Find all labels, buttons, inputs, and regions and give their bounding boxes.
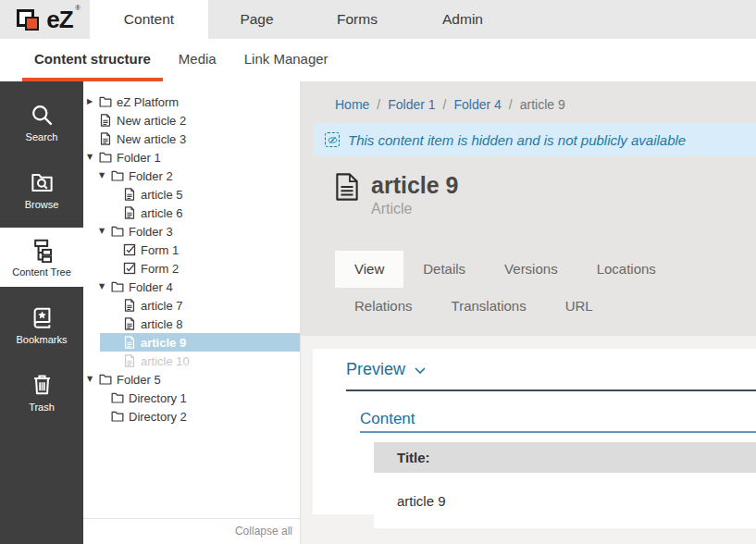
registered-mark: ® [76, 5, 80, 11]
top-tab-admin[interactable]: Admin [409, 0, 516, 39]
collapse-arrow-icon[interactable]: ▼ [87, 154, 99, 161]
tree-item-folder-5[interactable]: ▼Folder 5 [83, 370, 300, 389]
tab-locations[interactable]: Locations [577, 251, 675, 288]
view-panel: Preview Content Title:article 9 [313, 349, 756, 514]
sidebar-item-browse[interactable]: Browse [0, 160, 83, 219]
tree-item-article-9[interactable]: article 9 [83, 333, 300, 352]
collapse-all-button[interactable]: Collapse all [235, 525, 292, 538]
breadcrumb-link-folder-1[interactable]: Folder 1 [388, 97, 435, 112]
tree-item-label: Folder 5 [117, 373, 161, 387]
title-texts: article 9 Article [371, 172, 459, 217]
preview-section-toggle[interactable]: Preview [346, 349, 756, 391]
tree-item-directory-2[interactable]: Directory 2 [83, 407, 300, 426]
tab-versions[interactable]: Versions [485, 251, 577, 288]
folder-icon [111, 169, 129, 182]
tree-item-new-article-3[interactable]: New article 3 [83, 130, 300, 148]
sidebar-item-trash[interactable]: Trash [0, 363, 83, 422]
top-bar: eZ® ContentPageFormsAdmin [0, 0, 756, 39]
folder-icon [99, 373, 117, 386]
sidebar-item-bookmarks[interactable]: Bookmarks [0, 295, 83, 354]
sidebar-items: SearchBrowseContent TreeBookmarksTrash [0, 93, 83, 422]
top-tab-page[interactable]: Page [208, 0, 305, 39]
sub-nav: Content structureMediaLink Manager [0, 39, 756, 81]
article-icon [99, 132, 117, 145]
tree-item-label: Folder 4 [129, 280, 173, 294]
tab-relations[interactable]: Relations [335, 288, 432, 325]
folder-icon [111, 410, 129, 423]
collapse-arrow-icon[interactable]: ▼ [99, 283, 111, 291]
folder-icon [111, 225, 129, 238]
tree-item-folder-3[interactable]: ▼Folder 3 [83, 222, 300, 241]
tree-item-folder-2[interactable]: ▼Folder 2 [83, 167, 300, 185]
ez-logo[interactable]: eZ® [0, 0, 90, 39]
tree-item-form-2[interactable]: Form 2 [83, 259, 300, 278]
content-title-block: article 9 Article [335, 172, 756, 217]
tab-translations[interactable]: Translations [432, 288, 546, 325]
sidebar-item-label: Search [26, 131, 58, 142]
collapse-arrow-icon[interactable]: ▼ [99, 228, 111, 235]
tree-item-form-1[interactable]: Form 1 [83, 241, 300, 259]
content-section-title: Content [360, 391, 756, 433]
sidebar-item-content-tree[interactable]: Content Tree [0, 228, 83, 287]
tab-view[interactable]: View [335, 251, 403, 288]
tree-item-label: article 6 [141, 206, 183, 220]
preview-section-title: Preview [346, 360, 405, 379]
tree-item-new-article-2[interactable]: New article 2 [83, 111, 300, 130]
browse-icon [30, 170, 55, 195]
sidebar-item-label: Bookmarks [16, 334, 67, 345]
tree-item-label: Folder 1 [117, 151, 161, 165]
collapse-arrow-icon[interactable]: ▼ [99, 172, 111, 179]
tree-item-article-7[interactable]: article 7 [83, 296, 300, 315]
article-icon [123, 188, 141, 201]
top-tab-content[interactable]: Content [90, 0, 208, 39]
tree-item-article-6[interactable]: article 6 [83, 204, 300, 222]
top-tab-forms[interactable]: Forms [305, 0, 409, 39]
collapse-arrow-icon[interactable]: ▼ [87, 376, 99, 383]
tree-item-article-8[interactable]: article 8 [83, 315, 300, 333]
article-icon [123, 206, 141, 219]
tree-item-ez-platform[interactable]: ▶eZ Platform [83, 93, 300, 111]
content-tree: ▶eZ PlatformNew article 2New article 3▼F… [83, 93, 300, 426]
subnav-item-content-structure[interactable]: Content structure [22, 39, 163, 81]
page-title: article 9 [371, 172, 459, 198]
subnav-item-media[interactable]: Media [167, 39, 229, 81]
field-value: article 9 [374, 473, 756, 528]
tree-item-label: article 10 [141, 354, 190, 368]
tree-item-article-10[interactable]: article 10 [83, 352, 300, 370]
content-tabs: ViewDetailsVersionsLocationsRelationsTra… [335, 251, 756, 325]
breadcrumb-link-folder-4[interactable]: Folder 4 [454, 97, 502, 112]
tree-item-label: article 5 [141, 188, 183, 202]
hidden-eye-icon [325, 132, 340, 147]
sidebar-item-search[interactable]: Search [0, 93, 83, 152]
breadcrumb: Home/Folder 1/Folder 4/article 9 [301, 81, 756, 115]
tree-item-label: article 9 [141, 336, 186, 350]
fields-table: Title:article 9 [374, 442, 756, 528]
expand-arrow-icon[interactable]: ▶ [87, 98, 99, 105]
tree-item-article-5[interactable]: article 5 [83, 185, 300, 204]
field-label: Title: [374, 442, 756, 473]
folder-icon [99, 151, 117, 164]
tree-item-directory-1[interactable]: Directory 1 [83, 389, 300, 407]
logo-text: eZ® [46, 6, 72, 34]
sidebar-item-label: Content Tree [12, 266, 71, 278]
content-type-label: Article [371, 201, 459, 217]
breadcrumb-link-home[interactable]: Home [335, 97, 369, 112]
tree-footer: Collapse all [83, 518, 300, 544]
folder-icon [111, 280, 129, 293]
tab-url[interactable]: URL [546, 288, 613, 325]
top-nav-tabs: ContentPageFormsAdmin [90, 0, 516, 39]
trash-icon [30, 373, 55, 398]
content-tree-icon [30, 238, 55, 263]
subnav-item-link-manager[interactable]: Link Manager [232, 39, 341, 81]
search-icon [30, 103, 55, 128]
tree-item-label: Folder 3 [129, 225, 173, 239]
article-icon [123, 317, 141, 330]
tree-item-folder-1[interactable]: ▼Folder 1 [83, 148, 300, 167]
left-sidebar: SearchBrowseContent TreeBookmarksTrash [0, 81, 83, 544]
article-icon [123, 354, 141, 367]
bookmarks-icon [30, 305, 55, 330]
hidden-content-notice: This content item is hidden and is not p… [314, 123, 756, 156]
tree-item-folder-4[interactable]: ▼Folder 4 [83, 278, 300, 296]
sidebar-item-label: Trash [29, 402, 55, 413]
tab-details[interactable]: Details [403, 251, 485, 288]
